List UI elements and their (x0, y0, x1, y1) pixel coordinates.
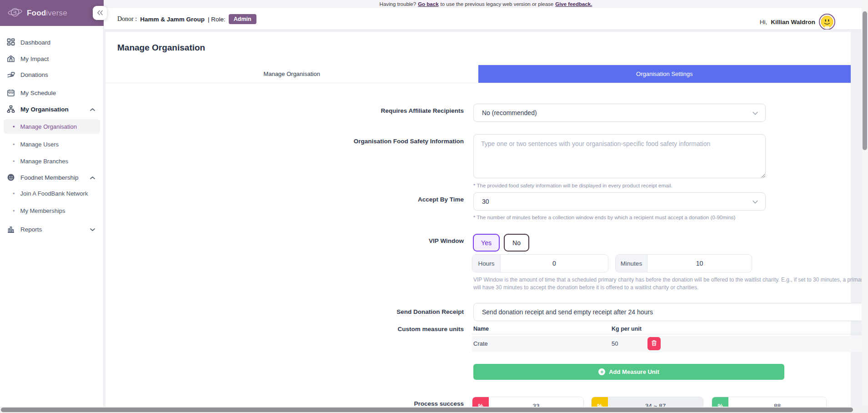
send-receipt-value: Send donation receipt and send empty rec… (482, 308, 653, 316)
sidebar-item-label: Foodnet Membership (20, 174, 79, 181)
org-chart-icon (6, 105, 15, 114)
requires-affiliate-value: No (recommended) (482, 109, 537, 116)
requires-affiliate-label: Requires Affiliate Recipients (256, 107, 464, 114)
donor-info: Donor : Hamm & Jamm Group | Role: Admin (117, 14, 256, 24)
role-label: | Role: (208, 16, 226, 23)
sidebar-subitem-my-memberships[interactable]: My Memberships (4, 203, 100, 218)
horizontal-scrollbar[interactable] (0, 407, 868, 413)
accept-by-time-label: Accept By Time (256, 196, 464, 203)
sidebar-item-label: My Impact (20, 55, 49, 62)
column-header-kg: Kg per unit (612, 326, 642, 332)
legacy-version-banner: Having trouble? Go back to use the previ… (104, 0, 868, 8)
brand-logo[interactable]: Foodiverse (7, 6, 67, 20)
double-chevron-left-icon (97, 9, 103, 17)
sidebar-brand-header: Foodiverse (0, 0, 104, 26)
sidebar-collapse-button[interactable] (93, 6, 107, 20)
sidebar-subitem-manage-branches[interactable]: Manage Branches (4, 154, 100, 168)
sidebar-subitem-label: Manage Users (20, 141, 59, 148)
greeting-text: Hi, (760, 19, 768, 25)
impact-house-icon (6, 55, 15, 63)
add-measure-unit-button[interactable]: + Add Measure Unit (473, 364, 784, 380)
donor-label: Donor : (117, 15, 137, 23)
tab-organisation-settings[interactable]: Organisation Settings (478, 65, 851, 83)
sidebar-item-reports[interactable]: Reports (0, 222, 104, 236)
chevron-up-icon (90, 174, 95, 181)
user-name: Killian Waldron (771, 19, 815, 25)
vip-no-label: No (512, 239, 521, 247)
brand-text: Foodiverse (27, 9, 67, 18)
measure-unit-name: Crate (473, 340, 488, 347)
sidebar-item-my-organisation[interactable]: My Organisation (0, 102, 104, 116)
hours-input[interactable]: 0 (501, 255, 608, 272)
sidebar-item-foodnet-membership[interactable]: Foodnet Membership (0, 171, 104, 184)
food-safety-label: Organisation Food Safety Information (256, 138, 464, 145)
accept-by-time-select[interactable]: 30 (473, 192, 766, 211)
add-measure-unit-label: Add Measure Unit (609, 368, 659, 375)
vip-no-button[interactable]: No (504, 234, 529, 252)
plus-circle-icon: + (598, 368, 605, 375)
tab-label: Manage Organisation (264, 71, 320, 77)
delete-measure-unit-button[interactable] (647, 337, 661, 350)
tab-manage-organisation[interactable]: Manage Organisation (105, 65, 478, 83)
membership-people-icon (6, 173, 15, 182)
hours-label: Hours (472, 255, 501, 272)
table-header-divider (472, 334, 868, 334)
accept-by-time-value: 30 (482, 198, 489, 205)
measure-units-label: Custom measure units (256, 326, 464, 332)
send-receipt-select[interactable]: Send donation receipt and send empty rec… (473, 303, 868, 321)
trash-icon (651, 340, 657, 348)
sidebar-subitem-manage-users[interactable]: Manage Users (4, 137, 100, 151)
sidebar-item-label: Reports (20, 226, 42, 233)
chevron-down-icon (753, 198, 758, 205)
planet-logo-icon (7, 6, 23, 20)
vip-minutes-group: Minutes 10 (615, 254, 752, 272)
sidebar: Foodiverse Dashboard My Impact Dona (0, 0, 104, 413)
accept-by-time-note: * The number of minutes before a collect… (473, 215, 735, 220)
vip-window-label: VIP Window (256, 237, 464, 244)
sidebar-subitem-label: Manage Organisation (20, 123, 77, 130)
horizontal-scrollbar-thumb[interactable] (1, 408, 853, 412)
sidebar-subitem-manage-organisation[interactable]: Manage Organisation (4, 119, 100, 134)
banner-text: Having trouble? (380, 1, 416, 7)
vertical-scrollbar[interactable] (862, 0, 868, 413)
sidebar-item-my-impact[interactable]: My Impact (0, 52, 104, 65)
sidebar-item-label: My Organisation (20, 106, 69, 113)
page-title: Manage Organisation (117, 43, 205, 53)
sidebar-item-label: Donations (20, 71, 48, 78)
vip-yes-label: Yes (481, 239, 492, 247)
sidebar-item-my-schedule[interactable]: My Schedule (0, 86, 104, 100)
vertical-scrollbar-thumb[interactable] (863, 11, 867, 150)
sidebar-item-label: My Schedule (20, 90, 56, 96)
smiley-avatar-icon (821, 15, 833, 28)
app-root: Foodiverse Dashboard My Impact Dona (0, 0, 868, 413)
sidebar-item-donations[interactable]: Donations (0, 68, 104, 81)
chevron-down-icon (753, 109, 758, 116)
chevron-up-icon (90, 106, 95, 113)
minutes-label: Minutes (616, 255, 647, 272)
role-badge: Admin (229, 14, 256, 24)
process-success-label: Process success (256, 400, 464, 407)
vip-yes-button[interactable]: Yes (473, 234, 500, 252)
donor-name: Hamm & Jamm Group (140, 16, 205, 23)
requires-affiliate-select[interactable]: No (recommended) (473, 104, 766, 122)
food-safety-textarea[interactable] (473, 134, 766, 178)
sidebar-item-dashboard[interactable]: Dashboard (0, 35, 104, 49)
chevron-down-icon (90, 226, 95, 233)
dashboard-grid-icon (6, 38, 15, 47)
sidebar-subitem-label: Join A FoodBank Network (20, 190, 88, 197)
sidebar-subitem-label: Manage Branches (20, 158, 69, 165)
give-feedback-link[interactable]: Give feedback. (555, 1, 592, 7)
go-back-link[interactable]: Go back (418, 1, 438, 7)
sidebar-item-label: Dashboard (20, 39, 50, 46)
vip-window-description: VIP Window is the amount of time that a … (473, 276, 868, 292)
sidebar-subitem-join-foodbank-network[interactable]: Join A FoodBank Network (4, 186, 100, 201)
measure-unit-row: Crate 50 (472, 336, 868, 352)
user-info: Hi, Killian Waldron (760, 14, 835, 30)
minutes-input[interactable]: 10 (647, 255, 752, 272)
tab-label: Organisation Settings (636, 71, 692, 77)
hand-heart-icon (6, 71, 15, 79)
top-header: Donor : Hamm & Jamm Group | Role: Admin … (104, 8, 868, 30)
bar-chart-icon (6, 225, 15, 234)
user-avatar[interactable] (819, 14, 835, 30)
tab-bar: Manage Organisation Organisation Setting… (105, 65, 851, 83)
